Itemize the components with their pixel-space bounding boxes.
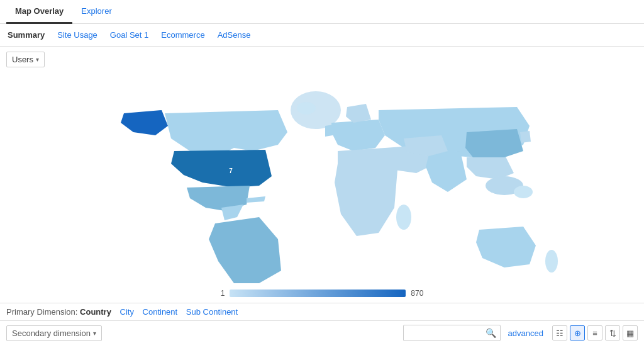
dropdown-area: Users ▾ — [0, 47, 644, 72]
tab-explorer[interactable]: Explorer — [72, 0, 120, 24]
svg-point-2 — [297, 102, 316, 115]
view-icon-comparison[interactable]: ▦ — [623, 325, 638, 340]
svg-text:7: 7 — [229, 167, 233, 174]
secondary-dimension-dropdown[interactable]: Secondary dimension ▾ — [6, 325, 102, 341]
top-tabs-bar: Map Overlay Explorer — [0, 0, 644, 24]
primary-dim-city[interactable]: City — [120, 307, 134, 317]
legend-color-bar — [230, 290, 406, 297]
legend-bar-area: 1 870 — [0, 286, 644, 303]
advanced-link[interactable]: advanced — [508, 329, 543, 338]
search-icon[interactable]: 🔍 — [486, 328, 496, 338]
view-icon-globe[interactable]: ⊕ — [570, 325, 585, 340]
bottom-toolbar: Secondary dimension ▾ 🔍 advanced ☷ ⊕ ≡ ⇅… — [0, 320, 644, 345]
subtab-goal-set-1[interactable]: Goal Set 1 — [109, 28, 150, 42]
svg-point-6 — [545, 250, 558, 273]
search-box: 🔍 — [403, 325, 501, 341]
map-container: 7 — [0, 72, 644, 286]
svg-point-3 — [396, 205, 411, 230]
subtab-adsense[interactable]: AdSense — [216, 28, 252, 42]
subtab-summary[interactable]: Summary — [6, 28, 46, 42]
chevron-down-icon: ▾ — [93, 330, 96, 337]
legend-max: 870 — [411, 289, 423, 298]
legend-min: 1 — [221, 289, 225, 298]
chevron-down-icon: ▾ — [36, 56, 39, 63]
subtab-ecommerce[interactable]: Ecommerce — [160, 28, 206, 42]
users-dropdown[interactable]: Users ▾ — [6, 52, 45, 67]
primary-dim-sub-continent[interactable]: Sub Continent — [186, 307, 238, 317]
view-icon-sort[interactable]: ⇅ — [605, 325, 620, 340]
view-icons-group: ☷ ⊕ ≡ ⇅ ▦ — [552, 325, 638, 340]
users-dropdown-label: Users — [12, 55, 33, 64]
primary-dimension-row: Primary Dimension: Country City Continen… — [0, 303, 644, 320]
tab-map-overlay[interactable]: Map Overlay — [6, 0, 72, 24]
search-input[interactable] — [408, 329, 483, 337]
primary-dim-continent[interactable]: Continent — [143, 307, 178, 317]
secondary-dimension-label: Secondary dimension — [12, 329, 91, 338]
svg-point-5 — [514, 186, 533, 198]
subtab-site-usage[interactable]: Site Usage — [56, 28, 99, 42]
world-map: 7 — [64, 76, 580, 283]
primary-dimension-active: Country — [80, 307, 111, 317]
view-icon-list[interactable]: ≡ — [587, 325, 602, 340]
view-icon-grid[interactable]: ☷ — [552, 325, 567, 340]
sub-tabs-bar: Summary Site Usage Goal Set 1 Ecommerce … — [0, 24, 644, 47]
primary-dimension-label: Primary Dimension: — [6, 307, 77, 317]
